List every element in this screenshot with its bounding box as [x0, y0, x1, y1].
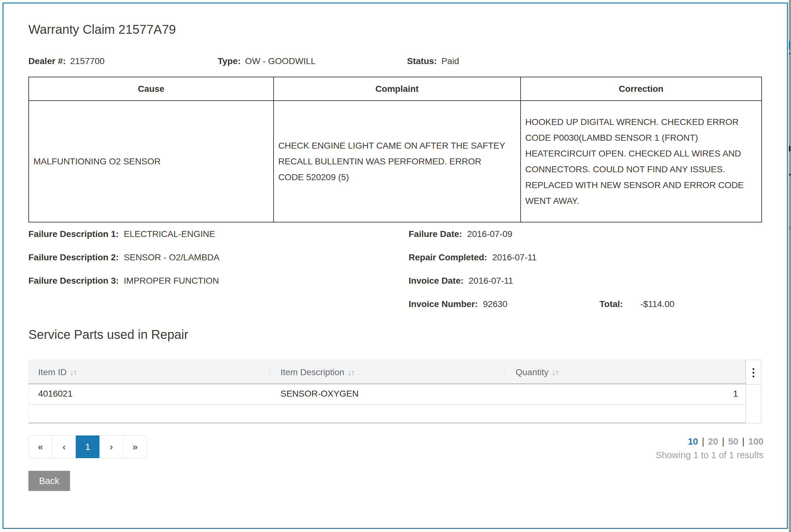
table-options-column: ⋮ — [746, 360, 761, 423]
column-divider — [269, 365, 270, 379]
service-parts-header-row: Item ID↓↑ Item Description↓↑ Quantity↓↑ — [28, 360, 746, 384]
edge-fragment — [789, 226, 791, 230]
cause-column-header: Cause — [29, 77, 273, 101]
edge-fragment — [789, 174, 791, 175]
empty-table-row — [28, 405, 746, 423]
table-menu-button[interactable]: ⋮ — [746, 360, 761, 385]
pagination-last-button[interactable]: » — [123, 435, 147, 458]
page-size-divider: | — [742, 436, 745, 447]
failure-description-3-field: Failure Description 3: IMPROPER FUNCTION — [28, 276, 219, 286]
item-id-column-header[interactable]: Item ID↓↑ — [38, 360, 77, 385]
failure-date-label: Failure Date: — [409, 229, 462, 239]
failure-date-field: Failure Date: 2016-07-09 — [409, 229, 513, 239]
claim-status-value: Paid — [441, 56, 459, 66]
invoice-number-field: Invoice Number: 92630 — [409, 299, 507, 309]
page-size-divider: | — [722, 436, 725, 447]
item-description-column-label: Item Description — [281, 367, 344, 377]
failure-description-3-value: IMPROPER FUNCTION — [124, 276, 219, 286]
item-id-column-label: Item ID — [38, 367, 66, 377]
kebab-menu-icon: ⋮ — [748, 367, 759, 378]
sort-icon[interactable]: ↓↑ — [70, 367, 77, 377]
edge-fragment — [789, 146, 790, 151]
sort-icon[interactable]: ↓↑ — [552, 367, 558, 377]
pagination-page-1-button[interactable]: 1 — [76, 435, 100, 458]
claim-type-field: Type: OW - GOODWILL — [218, 56, 316, 66]
complaint-text: CHECK ENGINE LIGHT CAME ON AFTER THE SAF… — [273, 101, 521, 222]
repair-completed-value: 2016-07-11 — [492, 252, 537, 263]
quantity-cell: 1 — [733, 384, 738, 405]
total-label: Total: — [599, 299, 623, 309]
claim-type-label: Type: — [218, 56, 241, 66]
sort-icon[interactable]: ↓↑ — [347, 367, 354, 377]
failure-description-1-value: ELECTRICAL-ENGINE — [124, 229, 215, 239]
back-button[interactable]: Back — [28, 471, 70, 491]
dealer-number-field: Dealer #: 2157700 — [28, 56, 104, 66]
pagination-next-button[interactable]: › — [99, 435, 123, 458]
repair-completed-label: Repair Completed: — [409, 252, 487, 263]
claim-detail-table: Cause Complaint Correction MALFUNTIONING… — [28, 77, 762, 223]
invoice-number-value: 92630 — [483, 299, 507, 309]
failure-date-value: 2016-07-09 — [467, 229, 513, 239]
service-parts-table: Item ID↓↑ Item Description↓↑ Quantity↓↑ … — [28, 360, 760, 426]
invoice-date-label: Invoice Date: — [409, 276, 463, 286]
claim-type-value: OW - GOODWILL — [245, 56, 316, 66]
failure-description-2-label: Failure Description 2: — [28, 252, 119, 263]
page-size-selector: 10 | 20 | 50 | 100 — [688, 436, 764, 447]
page-size-10[interactable]: 10 — [688, 436, 698, 447]
pagination: « ‹ 1 › » — [28, 435, 147, 458]
edge-fragment — [789, 41, 790, 49]
total-value: -$114.00 — [640, 299, 674, 309]
service-parts-section-title: Service Parts used in Repair — [28, 327, 188, 342]
page-size-50[interactable]: 50 — [728, 436, 738, 447]
table-row: 4016021 SENSOR-OXYGEN 1 — [28, 384, 746, 405]
claim-status-label: Status: — [407, 56, 437, 66]
failure-description-1-field: Failure Description 1: ELECTRICAL-ENGINE — [28, 229, 215, 239]
page-title: Warranty Claim 21577A79 — [28, 22, 176, 37]
pagination-prev-button[interactable]: ‹ — [52, 435, 76, 458]
correction-column-header: Correction — [521, 77, 761, 101]
cause-text: MALFUNTIONING O2 SENSOR — [29, 101, 273, 222]
item-id-cell: 4016021 — [38, 384, 73, 405]
pagination-first-button[interactable]: « — [28, 435, 52, 458]
failure-description-2-field: Failure Description 2: SENSOR - O2/LAMBD… — [28, 252, 219, 263]
edge-fragment — [789, 53, 791, 54]
item-description-column-header[interactable]: Item Description↓↑ — [281, 360, 354, 385]
column-divider — [505, 365, 505, 379]
quantity-column-label: Quantity — [516, 367, 548, 377]
page-size-divider: | — [702, 436, 704, 447]
invoice-date-field: Invoice Date: 2016-07-11 — [409, 276, 513, 286]
dealer-number-value: 2157700 — [70, 56, 104, 66]
dealer-number-label: Dealer #: — [28, 56, 65, 66]
correction-text: HOOKED UP DIGITAL WRENCH. CHECKED ERROR … — [521, 101, 761, 222]
failure-description-1-label: Failure Description 1: — [28, 229, 119, 239]
failure-description-2-value: SENSOR - O2/LAMBDA — [124, 252, 219, 263]
invoice-number-label: Invoice Number: — [409, 299, 478, 309]
quantity-column-header[interactable]: Quantity↓↑ — [516, 360, 558, 385]
repair-completed-field: Repair Completed: 2016-07-11 — [409, 252, 537, 263]
page-size-20[interactable]: 20 — [708, 436, 718, 447]
claim-status-field: Status: Paid — [407, 56, 459, 66]
invoice-date-value: 2016-07-11 — [468, 276, 513, 286]
results-summary: Showing 1 to 1 of 1 results — [656, 450, 764, 460]
total-field: Total: -$114.00 — [599, 299, 675, 309]
page-size-100[interactable]: 100 — [748, 436, 764, 447]
failure-description-3-label: Failure Description 3: — [28, 276, 119, 286]
clipped-adjacent-content — [789, 0, 791, 532]
item-description-cell: SENSOR-OXYGEN — [281, 384, 359, 405]
complaint-column-header: Complaint — [273, 77, 521, 101]
